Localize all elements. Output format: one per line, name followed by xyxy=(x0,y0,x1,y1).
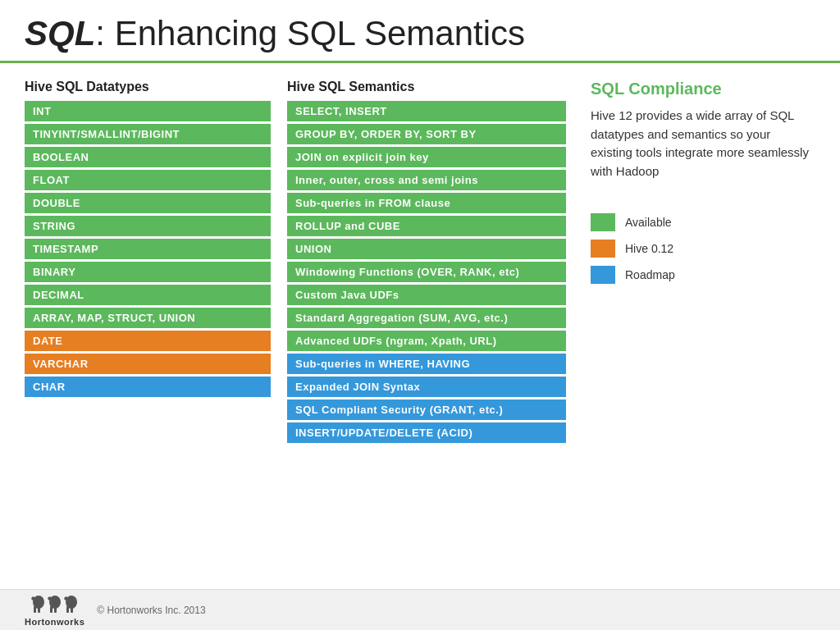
list-item: DECIMAL xyxy=(25,285,271,305)
list-item: JOIN on explicit join key xyxy=(287,147,566,167)
copyright: © Hortonworks Inc. 2013 xyxy=(97,605,205,616)
list-item: Windowing Functions (OVER, RANK, etc) xyxy=(287,262,566,282)
list-item: ARRAY, MAP, STRUCT, UNION xyxy=(25,308,271,328)
left-column: Hive SQL Datatypes INTTINYINT/SMALLINT/B… xyxy=(25,80,271,581)
datatypes-list: INTTINYINT/SMALLINT/BIGINTBOOLEANFLOATDO… xyxy=(25,101,271,397)
list-item: Advanced UDFs (ngram, Xpath, URL) xyxy=(287,331,566,351)
list-item: Expanded JOIN Syntax xyxy=(287,377,566,397)
list-item: DATE xyxy=(25,331,271,351)
list-item: Sub-queries in FROM clause xyxy=(287,193,566,213)
legend-label: Available xyxy=(625,216,672,229)
legend-item: Available xyxy=(591,213,815,231)
page-title: SQL: Enhancing SQL Semantics xyxy=(25,15,815,52)
compliance-text: Hive 12 provides a wide array of SQL dat… xyxy=(591,107,815,180)
svg-rect-4 xyxy=(50,606,52,613)
right-column: SQL Compliance Hive 12 provides a wide a… xyxy=(582,80,815,581)
slide-container: SQL: Enhancing SQL Semantics Hive SQL Da… xyxy=(0,0,840,630)
list-item: GROUP BY, ORDER BY, SORT BY xyxy=(287,124,566,144)
left-col-title: Hive SQL Datatypes xyxy=(25,80,271,94)
list-item: FLOAT xyxy=(25,170,271,190)
list-item: STRING xyxy=(25,216,271,236)
list-item: TIMESTAMP xyxy=(25,239,271,259)
svg-rect-1 xyxy=(34,606,36,613)
semantics-list: SELECT, INSERTGROUP BY, ORDER BY, SORT B… xyxy=(287,101,566,443)
svg-rect-5 xyxy=(54,606,57,613)
list-item: VARCHAR xyxy=(25,354,271,374)
list-item: BOOLEAN xyxy=(25,147,271,167)
list-item: BINARY xyxy=(25,262,271,282)
list-item: DOUBLE xyxy=(25,193,271,213)
list-item: INSERT/UPDATE/DELETE (ACID) xyxy=(287,422,566,443)
header: SQL: Enhancing SQL Semantics xyxy=(0,0,840,63)
legend: AvailableHive 0.12Roadmap xyxy=(591,213,815,284)
legend-label: Roadmap xyxy=(625,268,675,281)
legend-item: Roadmap xyxy=(591,266,815,284)
main-content: Hive SQL Datatypes INTTINYINT/SMALLINT/B… xyxy=(0,63,840,589)
logo-elephants xyxy=(30,594,80,617)
list-item: Inner, outer, cross and semi joins xyxy=(287,170,566,190)
legend-item: Hive 0.12 xyxy=(591,240,815,258)
logo-svg xyxy=(30,594,80,617)
list-item: TINYINT/SMALLINT/BIGINT xyxy=(25,124,271,144)
legend-label: Hive 0.12 xyxy=(625,242,673,255)
hortonworks-logo: Hortonworks xyxy=(25,594,84,627)
list-item: CHAR xyxy=(25,377,271,397)
svg-rect-7 xyxy=(66,606,69,613)
list-item: Custom Java UDFs xyxy=(287,285,566,305)
list-item: Standard Aggregation (SUM, AVG, etc.) xyxy=(287,308,566,328)
list-item: SQL Compliant Security (GRANT, etc.) xyxy=(287,399,566,420)
list-item: Sub-queries in WHERE, HAVING xyxy=(287,354,566,374)
legend-swatch xyxy=(591,266,615,284)
list-item: SELECT, INSERT xyxy=(287,101,566,121)
title-italic: SQL xyxy=(25,14,95,52)
svg-rect-2 xyxy=(38,606,40,613)
footer: Hortonworks © Hortonworks Inc. 2013 xyxy=(0,589,840,630)
compliance-title: SQL Compliance xyxy=(591,80,815,98)
list-item: ROLLUP and CUBE xyxy=(287,216,566,236)
brand-name: Hortonworks xyxy=(25,617,84,627)
legend-swatch xyxy=(591,213,615,231)
mid-column: Hive SQL Semantics SELECT, INSERTGROUP B… xyxy=(287,80,566,581)
list-item: INT xyxy=(25,101,271,121)
mid-col-title: Hive SQL Semantics xyxy=(287,80,566,94)
title-rest: : Enhancing SQL Semantics xyxy=(95,14,525,52)
list-item: UNION xyxy=(287,239,566,259)
svg-rect-8 xyxy=(71,606,73,613)
legend-swatch xyxy=(591,240,615,258)
